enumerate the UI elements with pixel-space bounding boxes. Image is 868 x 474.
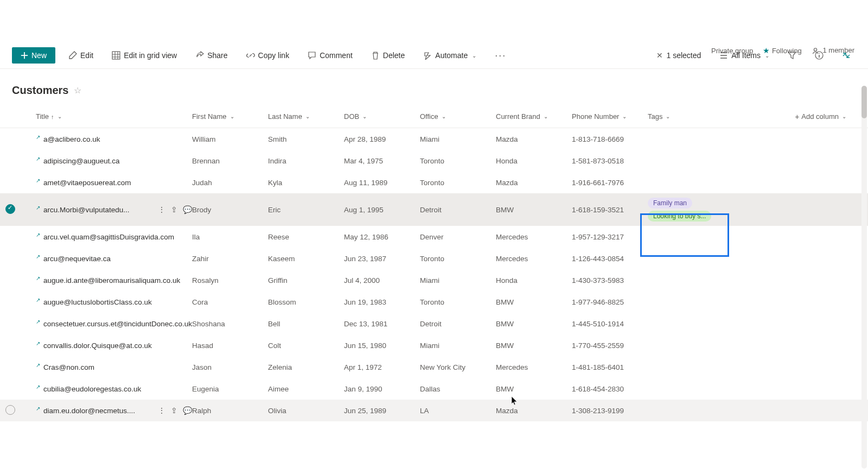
cell-brand: BMW: [496, 342, 572, 350]
cell-first: Jason: [192, 363, 268, 371]
cell-title[interactable]: ↗consectetuer.cursus.et@tinciduntDonec.c…: [29, 320, 192, 328]
cell-brand: BMW: [496, 320, 572, 328]
table-row[interactable]: ↗arcu.Morbi@vulputatedu...⋮⇪💬BrodyEricAu…: [0, 193, 868, 226]
cell-title[interactable]: ↗diam.eu.dolor@necmetus....⋮⇪💬: [29, 406, 192, 415]
row-select-checkbox[interactable]: [5, 204, 15, 214]
table-row[interactable]: ↗convallis.dolor.Quisque@at.co.ukHasadCo…: [0, 334, 868, 356]
cell-title[interactable]: ↗augue.id.ante@liberomaurisaliquam.co.uk: [29, 276, 192, 285]
link-icon: ↗: [36, 254, 40, 260]
cell-dob: Jun 15, 1980: [344, 342, 420, 350]
cell-phone: 1-308-213-9199: [572, 407, 648, 415]
header-title[interactable]: Title ↑ ⌄: [29, 112, 192, 121]
cell-dob: Aug 11, 1989: [344, 179, 420, 187]
list-title: Customers: [12, 84, 68, 97]
header-last-name[interactable]: Last Name ⌄: [268, 112, 344, 121]
table-row[interactable]: ↗augue@luctuslobortisClass.co.ukCoraBlos…: [0, 291, 868, 313]
new-button[interactable]: New: [12, 47, 55, 64]
row-comment-icon[interactable]: 💬: [183, 406, 192, 415]
cell-title[interactable]: ↗cubilia@eudoloregestas.co.uk: [29, 385, 192, 393]
table-row[interactable]: ↗amet@vitaeposuereat.comJudahKylaAug 11,…: [0, 172, 868, 193]
table-row[interactable]: ↗cubilia@eudoloregestas.co.ukEugeniaAime…: [0, 378, 868, 400]
filter-button[interactable]: [782, 48, 802, 63]
tag-pill[interactable]: Family man: [648, 198, 692, 208]
header-tags[interactable]: Tags ⌄: [648, 112, 724, 121]
link-icon: ↗: [36, 297, 40, 303]
info-button[interactable]: [809, 48, 829, 63]
more-button[interactable]: ···: [489, 47, 512, 65]
table-row[interactable]: ↗arcu.vel.quam@sagittisDuisgravida.comIl…: [0, 226, 868, 248]
header-dob[interactable]: DOB ⌄: [344, 112, 420, 121]
cell-dob: Jun 23, 1987: [344, 255, 420, 263]
row-more-icon[interactable]: ⋮: [158, 205, 165, 214]
cell-title[interactable]: ↗arcu@nequevitae.ca: [29, 255, 192, 263]
automate-button[interactable]: Automate ⌄: [418, 48, 482, 63]
column-headers: Title ↑ ⌄ First Name ⌄ Last Name ⌄ DOB ⌄…: [0, 105, 868, 128]
cell-office: Toronto: [420, 157, 496, 165]
delete-button[interactable]: Delete: [366, 48, 410, 63]
command-bar: New Edit Edit in grid view Share Copy li…: [0, 43, 868, 67]
cell-title[interactable]: ↗amet@vitaeposuereat.com: [29, 179, 192, 187]
row-select-checkbox[interactable]: [5, 405, 15, 415]
cell-title[interactable]: ↗arcu.vel.quam@sagittisDuisgravida.com: [29, 233, 192, 241]
cell-last: Colt: [268, 342, 344, 350]
cell-phone: 1-770-455-2559: [572, 342, 648, 350]
cell-phone: 1-618-159-3521: [572, 206, 648, 214]
cell-brand: BMW: [496, 206, 572, 214]
cell-title[interactable]: ↗convallis.dolor.Quisque@at.co.uk: [29, 342, 192, 350]
cell-brand: Mercedes: [496, 233, 572, 241]
copy-link-button[interactable]: Copy link: [241, 48, 295, 63]
view-switcher[interactable]: All Items ⌄: [714, 48, 775, 63]
cell-dob: Apr 28, 1989: [344, 135, 420, 143]
cell-brand: Mercedes: [496, 255, 572, 263]
cell-office: Toronto: [420, 255, 496, 263]
cell-brand: Honda: [496, 157, 572, 165]
table-row[interactable]: ↗consectetuer.cursus.et@tinciduntDonec.c…: [0, 313, 868, 334]
edit-grid-button[interactable]: Edit in grid view: [106, 48, 182, 63]
cell-first: Cora: [192, 298, 268, 306]
cell-office: New York City: [420, 363, 496, 371]
cell-last: Indira: [268, 157, 344, 165]
table-row[interactable]: ↗adipiscing@augueut.caBrennanIndiraMar 4…: [0, 150, 868, 172]
cell-brand: Honda: [496, 276, 572, 285]
cell-title[interactable]: ↗arcu.Morbi@vulputatedu...⋮⇪💬: [29, 205, 192, 214]
cell-dob: Jun 19, 1983: [344, 298, 420, 306]
row-comment-icon[interactable]: 💬: [183, 205, 192, 214]
vertical-scrollbar[interactable]: [861, 86, 867, 469]
cell-dob: Dec 13, 1981: [344, 320, 420, 328]
favorite-star-icon[interactable]: ☆: [74, 85, 81, 96]
cell-office: Miami: [420, 342, 496, 350]
table-row[interactable]: ↗arcu@nequevitae.caZahirKaseemJun 23, 19…: [0, 248, 868, 269]
row-share-icon[interactable]: ⇪: [171, 205, 177, 214]
add-column-button[interactable]: + Add column ⌄: [724, 112, 863, 121]
table-row[interactable]: ↗diam.eu.dolor@necmetus....⋮⇪💬RalphOlivi…: [0, 400, 868, 421]
cell-brand: BMW: [496, 385, 572, 393]
share-button[interactable]: Share: [190, 48, 233, 63]
table-row[interactable]: ↗Cras@non.comJasonZeleniaApr 1, 1972New …: [0, 356, 868, 378]
link-icon: ↗: [36, 134, 40, 140]
cell-title[interactable]: ↗a@aclibero.co.uk: [29, 135, 192, 143]
cell-phone: 1-481-185-6401: [572, 363, 648, 371]
row-share-icon[interactable]: ⇪: [171, 406, 177, 415]
cell-first: Ila: [192, 233, 268, 241]
edit-button[interactable]: Edit: [63, 48, 99, 63]
clear-selection-button[interactable]: ✕ 1 selected: [651, 48, 706, 63]
cell-title[interactable]: ↗adipiscing@augueut.ca: [29, 157, 192, 165]
table-row[interactable]: ↗a@aclibero.co.ukWilliamSmithApr 28, 198…: [0, 128, 868, 150]
row-more-icon[interactable]: ⋮: [158, 406, 165, 415]
cell-first: Shoshana: [192, 320, 268, 328]
cell-brand: Mazda: [496, 135, 572, 143]
cell-dob: Jul 4, 2000: [344, 276, 420, 285]
cell-first: Rosalyn: [192, 276, 268, 285]
table-row[interactable]: ↗augue.id.ante@liberomaurisaliquam.co.uk…: [0, 269, 868, 291]
expand-button[interactable]: [837, 48, 856, 63]
comment-button[interactable]: Comment: [302, 48, 358, 63]
cell-phone: 1-957-129-3217: [572, 233, 648, 241]
cell-title[interactable]: ↗augue@luctuslobortisClass.co.uk: [29, 298, 192, 306]
header-first-name[interactable]: First Name ⌄: [192, 112, 268, 121]
cell-title[interactable]: ↗Cras@non.com: [29, 363, 192, 371]
header-phone[interactable]: Phone Number ⌄: [572, 112, 648, 121]
cell-first: Ralph: [192, 407, 268, 415]
cell-office: Detroit: [420, 206, 496, 214]
header-current-brand[interactable]: Current Brand ⌄: [496, 112, 572, 121]
header-office[interactable]: Office ⌄: [420, 112, 496, 121]
